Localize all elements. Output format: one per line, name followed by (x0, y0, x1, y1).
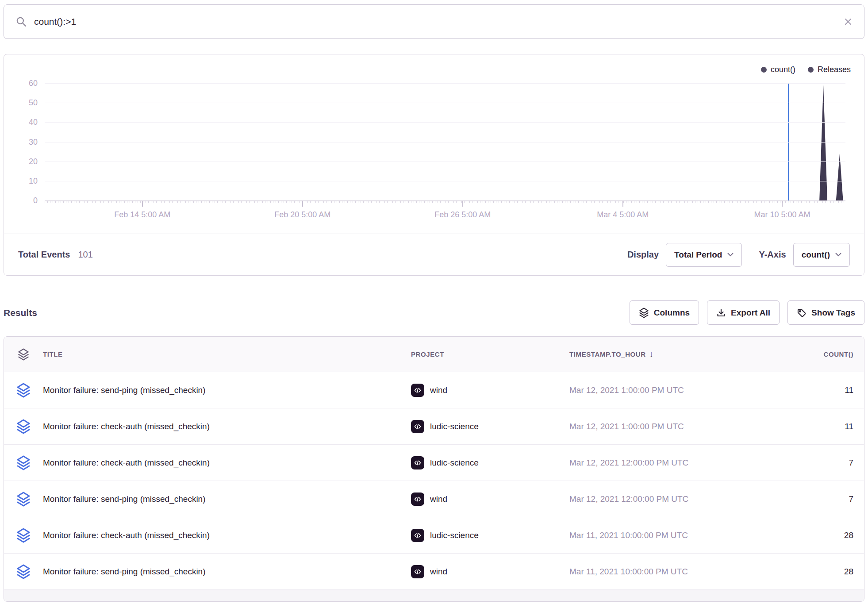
column-header-title[interactable]: TITLE (43, 350, 411, 358)
results-header: Results Columns Export All Show Tags (4, 300, 864, 325)
project-cell: wind (411, 565, 569, 578)
y-axis-tick-label: 0 (33, 196, 38, 205)
export-all-button[interactable]: Export All (707, 300, 780, 325)
column-header-project[interactable]: PROJECT (411, 350, 569, 358)
table-footer (4, 590, 864, 601)
project-platform-icon (411, 493, 424, 506)
timestamp-cell: Mar 11, 2021 10:00:00 PM UTC (569, 567, 755, 577)
count-cell: 11 (755, 422, 864, 431)
x-axis-tick-label: Feb 20 5:00 AM (274, 210, 330, 219)
gridline-y-50 (45, 103, 845, 103)
export-all-button-label: Export All (731, 308, 770, 318)
row-stack-icon-cell (4, 528, 43, 543)
count-cell: 7 (755, 494, 864, 504)
x-axis-tick-label: Feb 26 5:00 AM (434, 210, 491, 219)
x-axis-tick-label: Feb 14 5:00 AM (114, 210, 170, 219)
stack-icon (16, 419, 31, 434)
results-table: TITLE PROJECT TIMESTAMP.TO_HOUR ↓ COUNT(… (4, 336, 864, 602)
count-cell: 11 (755, 385, 864, 395)
event-title-link[interactable]: Monitor failure: send-ping (missed_check… (43, 385, 411, 395)
row-stack-icon-cell (4, 492, 43, 507)
download-icon (716, 308, 726, 318)
event-title-link[interactable]: Monitor failure: send-ping (missed_check… (43, 567, 411, 577)
project-cell: ludic-science (411, 529, 569, 542)
y-axis-tick-label: 60 (29, 79, 38, 88)
columns-button-label: Columns (654, 308, 690, 318)
chevron-down-icon (835, 253, 841, 257)
show-tags-button[interactable]: Show Tags (787, 300, 864, 325)
table-row: Monitor failure: check-auth (missed_chec… (4, 517, 864, 554)
project-name: wind (430, 494, 447, 504)
project-name: ludic-science (430, 422, 479, 431)
gridline-y-20 (45, 162, 845, 162)
clear-search-button[interactable] (844, 17, 853, 26)
row-stack-icon-cell (4, 383, 43, 398)
header-stack-icon-cell (4, 348, 43, 361)
legend-dot-count (761, 67, 767, 73)
project-cell: ludic-science (411, 420, 569, 433)
count-cell: 7 (755, 458, 864, 468)
event-title-link[interactable]: Monitor failure: send-ping (missed_check… (43, 494, 411, 504)
y-axis-label: Y-Axis (759, 250, 786, 260)
row-stack-icon-cell (4, 419, 43, 434)
project-name: ludic-science (430, 458, 479, 468)
gridline-y-60 (45, 83, 845, 84)
project-cell: wind (411, 493, 569, 506)
column-header-count[interactable]: COUNT() (755, 350, 864, 358)
legend-label-count: count() (771, 65, 795, 74)
legend-label-releases: Releases (818, 65, 851, 74)
show-tags-button-label: Show Tags (811, 308, 855, 318)
event-title-link[interactable]: Monitor failure: check-auth (missed_chec… (43, 531, 411, 540)
search-input[interactable]: count():>1 (34, 16, 837, 27)
legend-item-releases[interactable]: Releases (808, 65, 851, 74)
project-platform-icon (411, 420, 424, 433)
total-events: Total Events 101 (18, 250, 93, 260)
project-cell: wind (411, 384, 569, 397)
x-axis-tick-label: Mar 10 5:00 AM (754, 210, 810, 219)
stack-icon (16, 455, 31, 470)
x-axis-minor-ticks (45, 201, 845, 203)
display-dropdown-value: Total Period (674, 250, 722, 260)
stack-icon (16, 564, 31, 579)
search-icon (15, 16, 27, 27)
stack-icon (16, 528, 31, 543)
columns-button[interactable]: Columns (630, 300, 699, 325)
project-platform-icon (411, 384, 424, 397)
timestamp-cell: Mar 12, 2021 1:00:00 PM UTC (569, 422, 755, 431)
total-events-label: Total Events (18, 250, 70, 260)
timestamp-cell: Mar 12, 2021 1:00:00 PM UTC (569, 385, 755, 395)
y-axis-dropdown-value: count() (802, 250, 830, 260)
chart-footer: Total Events 101 Display Total Period Y-… (4, 234, 864, 275)
table-row: Monitor failure: send-ping (missed_check… (4, 372, 864, 408)
y-axis-tick-label: 20 (29, 157, 38, 166)
chart-legend: count() Releases (761, 65, 851, 74)
chart-plot: 0102030405060Feb 14 5:00 AMFeb 20 5:00 A… (45, 83, 845, 200)
column-header-timestamp[interactable]: TIMESTAMP.TO_HOUR ↓ (569, 350, 755, 359)
project-name: wind (430, 385, 447, 395)
project-name: ludic-science (430, 531, 479, 540)
results-heading: Results (4, 308, 37, 318)
layers-icon (639, 308, 649, 318)
display-label: Display (627, 250, 659, 260)
chart-controls: Display Total Period Y-Axis count() (627, 243, 850, 267)
display-dropdown[interactable]: Total Period (666, 243, 742, 267)
legend-item-count[interactable]: count() (761, 65, 795, 74)
search-bar[interactable]: count():>1 (4, 4, 864, 39)
table-row: Monitor failure: send-ping (missed_check… (4, 481, 864, 517)
event-title-link[interactable]: Monitor failure: check-auth (missed_chec… (43, 458, 411, 468)
timestamp-cell: Mar 11, 2021 10:00:00 PM UTC (569, 531, 755, 540)
results-toolbar: Columns Export All Show Tags (630, 300, 864, 325)
event-title-link[interactable]: Monitor failure: check-auth (missed_chec… (43, 422, 411, 431)
y-axis-dropdown[interactable]: count() (793, 243, 850, 267)
x-axis-tick (622, 201, 623, 207)
close-icon (844, 17, 853, 26)
table-header-row: TITLE PROJECT TIMESTAMP.TO_HOUR ↓ COUNT(… (4, 337, 864, 372)
chevron-down-icon (727, 253, 734, 257)
table-row: Monitor failure: check-auth (missed_chec… (4, 408, 864, 445)
row-stack-icon-cell (4, 564, 43, 579)
row-stack-icon-cell (4, 455, 43, 470)
project-platform-icon (411, 529, 424, 542)
project-platform-icon (411, 456, 424, 469)
total-events-value: 101 (78, 250, 92, 260)
stack-icon (16, 492, 31, 507)
